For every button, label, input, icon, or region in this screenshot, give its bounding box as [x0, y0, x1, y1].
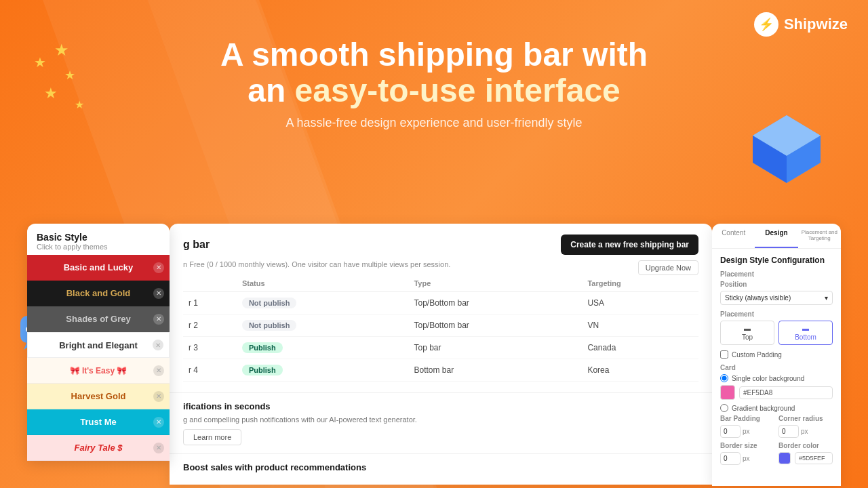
tab-placement[interactable]: Placement and Targeting: [798, 224, 841, 248]
border-color-swatch[interactable]: [778, 452, 791, 464]
content-area: Basic Style Click to apply themes Basic …: [0, 210, 868, 488]
theme-label: Shades of Grey: [66, 314, 130, 324]
corner-radius-input[interactable]: [778, 425, 799, 438]
tab-content[interactable]: Content: [712, 224, 755, 248]
chevron-down-icon: ▾: [825, 294, 828, 302]
row-type: Bottom bar: [408, 359, 582, 382]
theme-shades-grey[interactable]: Shades of Grey ✕: [27, 306, 170, 332]
close-icon[interactable]: ✕: [153, 443, 164, 453]
row-targeting: VN: [582, 314, 698, 337]
row-status: Publish: [237, 337, 409, 359]
border-size-input-row: px: [720, 452, 774, 465]
row-type: Top bar: [408, 337, 582, 359]
boost-section: Boost sales with product recommendations: [170, 453, 712, 485]
position-select[interactable]: Sticky (always visible) ▾: [720, 291, 833, 305]
card-label: Card: [720, 364, 833, 371]
position-label: Position: [720, 281, 833, 288]
border-size-input[interactable]: [720, 452, 741, 465]
row-type: Top/Bottom bar: [408, 292, 582, 314]
close-icon[interactable]: ✕: [153, 417, 164, 428]
row-name: r 2: [183, 314, 237, 337]
panel-subtitle: Click to apply themes: [37, 243, 160, 251]
close-icon[interactable]: ✕: [153, 365, 164, 376]
color-value[interactable]: #EF5DA8: [739, 386, 833, 399]
upgrade-button[interactable]: Upgrade Now: [638, 260, 698, 275]
col-status: Status: [237, 275, 409, 292]
top-placement-button[interactable]: ▬ Top: [720, 321, 774, 345]
row-targeting: USA: [582, 292, 698, 314]
table-row[interactable]: r 4 Publish Bottom bar Korea: [183, 359, 698, 382]
custom-padding-checkbox[interactable]: [720, 350, 728, 359]
custom-padding-row: Custom Padding: [720, 350, 833, 359]
theme-bright-elegant[interactable]: Bright and Elegant ✕: [27, 332, 170, 358]
design-body: Design Style Configuration Placement Pos…: [712, 249, 841, 479]
col-targeting: Targeting: [582, 275, 698, 292]
panel-title: Basic Style: [37, 232, 160, 243]
table-row[interactable]: r 1 Not publish Top/Bottom bar USA: [183, 292, 698, 314]
border-color-label: Border color: [778, 442, 833, 449]
row-targeting: Canada: [582, 337, 698, 359]
panel-header: Basic Style Click to apply themes: [27, 224, 170, 255]
top-icon: ▬: [744, 325, 751, 332]
design-section-title: Design Style Configuration: [720, 256, 833, 265]
close-icon[interactable]: ✕: [153, 262, 164, 273]
border-size-label: Border size: [720, 442, 774, 449]
boost-title: Boost sales with product recommendations: [183, 462, 698, 472]
bar-padding-input-row: px: [720, 425, 774, 438]
gradient-radio[interactable]: [720, 404, 728, 412]
theme-label: Fairy Tale $: [74, 443, 122, 453]
create-shipping-bar-button[interactable]: Create a new free shipping bar: [561, 235, 698, 255]
col-name: [183, 275, 237, 292]
theme-trust-me[interactable]: Trust Me ✕: [27, 409, 170, 435]
placement-buttons: ▬ Top ▬ Bottom: [720, 321, 833, 345]
tab-design[interactable]: Design: [755, 224, 797, 248]
table-row[interactable]: r 2 Not publish Top/Bottom bar VN: [183, 314, 698, 337]
border-color-field: Border color #5D5FEF: [778, 442, 833, 468]
table-row[interactable]: r 3 Publish Top bar Canada: [183, 337, 698, 359]
corner-radius-label: Corner radius: [778, 415, 833, 422]
close-icon[interactable]: ✕: [153, 288, 164, 299]
border-color-value[interactable]: #5D5FEF: [795, 452, 833, 464]
design-tabs: Content Design Placement and Targeting: [712, 224, 841, 249]
col-type: Type: [408, 275, 582, 292]
close-icon[interactable]: ✕: [153, 391, 164, 402]
row-type: Top/Bottom bar: [408, 314, 582, 337]
theme-label: Basic and Lucky: [64, 262, 134, 272]
bar-padding-input[interactable]: [720, 425, 741, 438]
headline: A smooth shipping bar with an easy-to-us…: [0, 37, 868, 109]
padding-radius-row: Bar Padding px Corner radius px: [720, 415, 833, 438]
border-color-row: #5D5FEF: [778, 452, 833, 464]
notifications-text: g and compelling push notifications with…: [183, 415, 698, 424]
close-icon[interactable]: ✕: [153, 314, 164, 325]
notifications-title: ifications in seconds: [183, 401, 698, 411]
corner-radius-input-row: px: [778, 425, 833, 438]
theme-label: Harvest Gold: [71, 391, 126, 401]
border-size-unit: px: [743, 455, 750, 462]
page-header: A smooth shipping bar with an easy-to-us…: [0, 0, 868, 130]
logo-text: Shipwize: [784, 16, 848, 33]
theme-basic-lucky[interactable]: Basic and Lucky ✕: [27, 255, 170, 281]
theme-label: Bright and Elegant: [59, 340, 138, 350]
subheadline: A hassle-free design experience and user…: [0, 116, 868, 130]
border-row: Border size px Border color #5D5FEF: [720, 442, 833, 468]
dashboard-inner: g bar Create a new free shipping bar n F…: [170, 224, 712, 392]
theme-harvest-gold[interactable]: Harvest Gold ✕: [27, 384, 170, 409]
row-name: r 1: [183, 292, 237, 314]
theme-black-gold[interactable]: Black and Gold ✕: [27, 281, 170, 306]
theme-fairy-tale[interactable]: Fairy Tale $ ✕: [27, 435, 170, 461]
bars-table: Status Type Targeting r 1 Not publish To…: [183, 275, 698, 382]
design-panel: Content Design Placement and Targeting D…: [712, 224, 841, 486]
placement-label: Placement: [720, 270, 833, 278]
row-targeting: Korea: [582, 359, 698, 382]
row-status: Not publish: [237, 314, 409, 337]
close-icon[interactable]: ✕: [153, 340, 163, 350]
dashboard-top-row: g bar Create a new free shipping bar: [183, 235, 698, 255]
bottom-placement-button[interactable]: ▬ Bottom: [778, 321, 833, 345]
learn-more-button[interactable]: Learn more: [183, 429, 241, 445]
row-name: r 4: [183, 359, 237, 382]
corner-radius-field: Corner radius px: [778, 415, 833, 438]
theme-its-easy[interactable]: 🎀 It's Easy 🎀 ✕: [27, 358, 170, 384]
bar-padding-unit: px: [743, 428, 750, 435]
color-swatch[interactable]: [720, 385, 735, 400]
single-color-radio[interactable]: [720, 374, 728, 382]
